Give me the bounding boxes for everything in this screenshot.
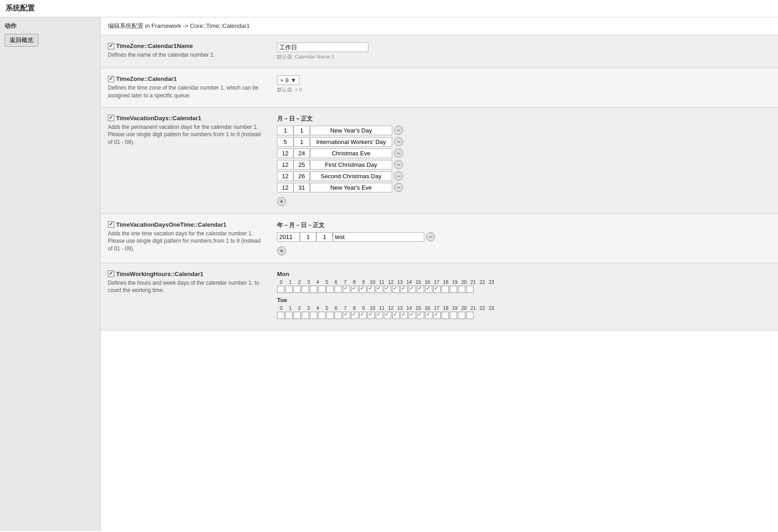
hour-checkbox-7[interactable] [335,286,342,293]
vacation-day-input[interactable] [293,160,310,170]
hour-checkbox-19[interactable] [433,286,441,293]
vacation-name-input[interactable] [310,160,392,170]
hour-checkbox-3[interactable] [302,312,309,319]
calendar1-checkbox[interactable] [108,76,114,82]
hour-checkbox-0[interactable] [277,312,284,319]
hour-num: 17 [432,305,441,311]
calendar-name-checkbox[interactable] [108,43,114,49]
hour-checkbox-3[interactable] [302,286,309,293]
hour-checkbox-18[interactable] [425,286,432,293]
vacation-onetime-add-btn[interactable]: + [277,246,286,255]
hour-checkbox-5[interactable] [318,286,325,293]
vacation-remove-btn[interactable]: − [394,171,403,181]
onetime-day-input[interactable] [316,232,333,242]
hour-checkbox-1[interactable] [285,286,293,293]
vacation-month-input[interactable] [277,126,293,135]
vacation-day-input[interactable] [293,171,310,181]
hour-checkbox-4[interactable] [310,312,317,319]
hour-checkbox-21[interactable] [450,286,457,293]
hour-checkbox-15[interactable] [400,312,408,319]
vacation-month-input[interactable] [277,160,293,170]
hour-checkbox-13[interactable] [384,286,391,293]
hour-checkbox-23[interactable] [466,286,474,293]
vacation-name-input[interactable] [310,126,392,135]
vacation-row: − [277,171,771,181]
vacation-days-checkbox[interactable] [108,115,114,121]
hour-checkbox-0[interactable] [277,286,284,293]
hour-checkbox-20[interactable] [442,312,449,319]
back-button[interactable]: 返回概览 [5,34,38,47]
calendar-name-input[interactable] [277,43,368,52]
vacation-day-input[interactable] [293,149,310,158]
hour-checkbox-2[interactable] [293,286,301,293]
vacation-onetime-checkbox[interactable] [108,221,114,228]
vacation-month-input[interactable] [277,137,293,147]
hour-checkbox-19[interactable] [433,312,441,319]
hour-checkbox-9[interactable] [351,286,358,293]
vacation-month-input[interactable] [277,183,293,192]
hour-checkbox-22[interactable] [458,312,465,319]
hour-checkbox-15[interactable] [400,286,408,293]
hour-checkbox-10[interactable] [359,312,367,319]
vacation-remove-btn[interactable]: − [394,149,403,158]
vacation-days-add-btn[interactable]: + [277,197,286,206]
hour-checkbox-18[interactable] [425,312,432,319]
hour-num: 23 [487,279,496,285]
vacation-day-input[interactable] [293,183,310,192]
vacation-name-input[interactable] [310,149,392,158]
hour-checkbox-9[interactable] [351,312,358,319]
vacation-row: − [277,149,771,158]
vacation-row: − [277,160,771,170]
vacation-remove-btn[interactable]: − [394,183,403,192]
vacation-name-input[interactable] [310,171,392,181]
vacation-onetime-title: TimeVacationDaysOneTime::Calendar1 [116,221,227,228]
hour-checkbox-12[interactable] [376,286,383,293]
timezone-select: + 8 ▼ [277,75,771,85]
hour-checkbox-11[interactable] [368,286,375,293]
hour-checkbox-5[interactable] [318,312,325,319]
onetime-month-input[interactable] [300,232,316,242]
hour-checkbox-6[interactable] [326,312,334,319]
hour-checkbox-22[interactable] [458,286,465,293]
hour-checkbox-14[interactable] [392,286,400,293]
hour-checkbox-8[interactable] [343,312,350,319]
hour-checkbox-10[interactable] [359,286,367,293]
hour-checkbox-6[interactable] [326,286,334,293]
hour-checkbox-13[interactable] [384,312,391,319]
vacation-remove-btn[interactable]: − [394,160,403,169]
hour-checkbox-2[interactable] [293,312,301,319]
hour-num: 20 [460,305,468,311]
hour-checkbox-12[interactable] [376,312,383,319]
hour-checkbox-17[interactable] [417,312,424,319]
onetime-name-input[interactable] [333,232,424,242]
hour-num: 6 [332,279,340,285]
working-hours-checkbox[interactable] [108,271,114,277]
hour-checkbox-20[interactable] [442,286,449,293]
vacation-name-input[interactable] [310,137,392,147]
working-hours-day-mon: Mon0123456789101112131415161718192021222… [277,271,771,293]
hour-checkbox-7[interactable] [335,312,342,319]
vacation-onetime-right: 年－月－日－正文 − + [277,221,771,255]
hour-checkbox-23[interactable] [466,312,474,319]
hour-checkbox-8[interactable] [343,286,350,293]
onetime-year-input[interactable] [277,232,300,242]
hour-checkbox-4[interactable] [310,286,317,293]
hour-checkbox-17[interactable] [417,286,424,293]
timezone-dropdown[interactable]: + 8 ▼ [277,75,299,85]
hour-checkbox-21[interactable] [450,312,457,319]
vacation-day-input[interactable] [293,126,310,135]
hour-checkbox-11[interactable] [368,312,375,319]
vacation-remove-btn[interactable]: − [394,137,403,146]
onetime-remove-btn[interactable]: − [426,232,435,241]
hour-checkbox-16[interactable] [409,312,416,319]
vacation-remove-btn[interactable]: − [394,126,403,135]
vacation-month-input[interactable] [277,149,293,158]
hour-checkbox-14[interactable] [392,312,400,319]
vacation-day-input[interactable] [293,137,310,147]
vacation-month-input[interactable] [277,171,293,181]
hour-checkbox-1[interactable] [285,312,293,319]
vacation-name-input[interactable] [310,183,392,192]
hour-checkbox-16[interactable] [409,286,416,293]
hour-num: 7 [341,305,349,311]
calendar-name-default: 默认值: Calendar Name 1 [277,53,771,60]
